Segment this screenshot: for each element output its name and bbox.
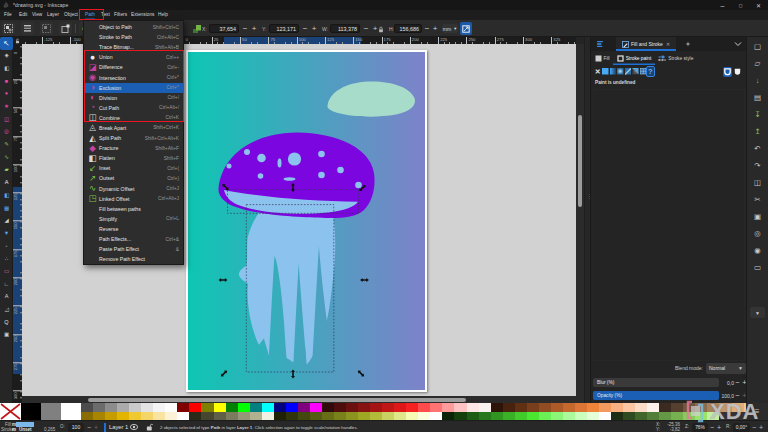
palette-swatch[interactable] <box>201 403 213 412</box>
palette-swatch[interactable] <box>177 412 189 421</box>
vertical-scrollbar-thumb[interactable] <box>578 115 582 207</box>
palette-swatch[interactable] <box>141 403 153 412</box>
path-menu-item[interactable]: Paste Path Effect & <box>84 244 183 254</box>
palette-swatch[interactable] <box>129 412 141 421</box>
palette-swatch[interactable] <box>334 412 346 421</box>
deselect-button[interactable] <box>40 22 53 35</box>
path-menu-item[interactable]: Object to Path Shift+Ctrl+C <box>84 22 183 32</box>
palette-swatch[interactable] <box>659 412 671 421</box>
palette-swatch[interactable] <box>189 403 201 412</box>
fill-rule-nonzero-button[interactable] <box>733 67 742 77</box>
palette-swatch[interactable] <box>358 412 370 421</box>
palette-swatch[interactable] <box>575 403 587 412</box>
palette-swatch[interactable] <box>238 403 250 412</box>
palette-swatch[interactable] <box>201 412 213 421</box>
palette-swatch[interactable] <box>274 403 286 412</box>
tool-button[interactable]: ▼ <box>0 227 13 240</box>
vertical-scrollbar[interactable] <box>576 44 584 403</box>
palette-swatch[interactable] <box>189 412 201 421</box>
palette-swatch[interactable] <box>153 412 165 421</box>
palette-swatch[interactable] <box>370 412 382 421</box>
tool-button[interactable]: ▦ <box>0 202 13 215</box>
palette-swatch[interactable] <box>418 403 430 412</box>
tool-button[interactable]: ★ <box>0 100 13 113</box>
zoom-minus-button[interactable]: − <box>710 424 714 431</box>
command-button[interactable]: ◉ <box>751 244 765 257</box>
blur-slider[interactable]: Blur (%) <box>593 378 719 387</box>
fill-color-swatch[interactable] <box>16 422 34 427</box>
scaling-toggle-button[interactable] <box>460 22 472 35</box>
tab-close-icon[interactable]: ✕ <box>666 41 670 47</box>
h-plus-button[interactable]: + <box>431 24 439 34</box>
paint-unknown-button[interactable]: ? <box>647 67 655 76</box>
palette-swatch[interactable] <box>551 412 563 421</box>
palette-swatch[interactable] <box>515 412 527 421</box>
path-menu-item[interactable]: ◳ Linked Offset Ctrl+Alt+J <box>84 194 183 204</box>
palette-swatch[interactable] <box>647 412 659 421</box>
palette-swatch[interactable] <box>141 412 153 421</box>
palette-swatch[interactable] <box>454 403 466 412</box>
palette-swatch[interactable] <box>214 403 226 412</box>
h-minus-button[interactable]: − <box>423 24 431 34</box>
horizontal-scrollbar[interactable] <box>22 396 576 403</box>
menu-item[interactable]: Object <box>64 10 78 20</box>
command-button[interactable]: ↥ <box>751 125 765 138</box>
tool-button[interactable]: ◢ <box>0 215 13 228</box>
tab-fill-and-stroke[interactable]: Fill and Stroke ✕ <box>616 37 676 51</box>
opacity-value[interactable]: 100,0 <box>719 393 734 399</box>
palette-swatch[interactable] <box>226 412 238 421</box>
palette-swatch[interactable] <box>599 412 611 421</box>
palette-swatch[interactable] <box>611 412 623 421</box>
palette-swatch[interactable] <box>298 412 310 421</box>
swatch-big[interactable] <box>41 403 61 420</box>
palette-swatch[interactable] <box>370 403 382 412</box>
path-menu-item[interactable]: Simplify Ctrl+L <box>84 214 183 224</box>
menu-item[interactable]: File <box>4 10 12 20</box>
path-menu-item[interactable]: Stroke to Path Ctrl+Alt+C <box>84 32 183 42</box>
palette-swatch[interactable] <box>539 403 551 412</box>
w-minus-button[interactable]: − <box>362 24 370 34</box>
x-plus-button[interactable]: + <box>250 24 258 34</box>
tool-button[interactable]: ∟ <box>0 278 13 291</box>
paint-linear-gradient-button[interactable] <box>609 67 617 76</box>
palette-swatch[interactable] <box>732 403 744 412</box>
palette-swatch[interactable] <box>707 412 719 421</box>
palette-swatch[interactable] <box>250 412 262 421</box>
h-input[interactable]: 156,686 <box>394 24 422 33</box>
path-menu-item[interactable]: ◧ Flatten Shift+F <box>84 153 183 163</box>
stroke-paint-value[interactable]: Unset <box>19 427 32 432</box>
palette-menu-button[interactable]: ≡ <box>746 403 768 420</box>
command-button[interactable]: ✂ <box>751 193 765 206</box>
tool-button[interactable]: ▣ <box>0 329 13 342</box>
palette-swatch[interactable] <box>262 403 274 412</box>
path-menu-item[interactable]: ◬ Break Apart Shift+Ctrl+K <box>84 123 183 133</box>
palette-swatch[interactable] <box>623 403 635 412</box>
layer-lock-icon[interactable] <box>146 423 153 431</box>
palette-swatch[interactable] <box>81 412 93 421</box>
palette-swatch[interactable] <box>262 412 274 421</box>
palette-swatch[interactable] <box>647 403 659 412</box>
command-button[interactable]: ↷ <box>751 159 765 172</box>
palette-swatch[interactable] <box>587 412 599 421</box>
palette-swatch[interactable] <box>310 412 322 421</box>
tool-button[interactable]: A <box>0 291 13 304</box>
subtab-fill[interactable]: Fill <box>591 51 613 65</box>
paint-radial-gradient-button[interactable] <box>617 67 625 76</box>
palette-swatch[interactable] <box>322 403 334 412</box>
path-menu-item[interactable]: Trace Bitmap... Shift+Alt+B <box>84 42 183 52</box>
opacity-minus-button[interactable]: − <box>87 424 91 431</box>
command-button[interactable]: ▱ <box>751 57 765 70</box>
palette-swatch[interactable] <box>165 412 177 421</box>
opacity-minus-button[interactable]: − <box>734 391 741 400</box>
palette-swatch[interactable] <box>406 403 418 412</box>
palette-swatch[interactable] <box>238 412 250 421</box>
path-menu-item[interactable]: ◔ Cut Path Ctrl+Alt+/ <box>84 103 183 113</box>
palette-swatch[interactable] <box>358 403 370 412</box>
palette-swatch[interactable] <box>310 403 322 412</box>
path-menu-item[interactable]: ◉ Intersection Ctrl+* <box>84 72 183 82</box>
command-button[interactable]: ◫ <box>751 176 765 189</box>
ruler-lock-icon[interactable] <box>13 37 22 44</box>
palette-swatch[interactable] <box>274 412 286 421</box>
palette-swatch[interactable] <box>286 403 298 412</box>
paint-pattern-button[interactable] <box>624 67 632 76</box>
